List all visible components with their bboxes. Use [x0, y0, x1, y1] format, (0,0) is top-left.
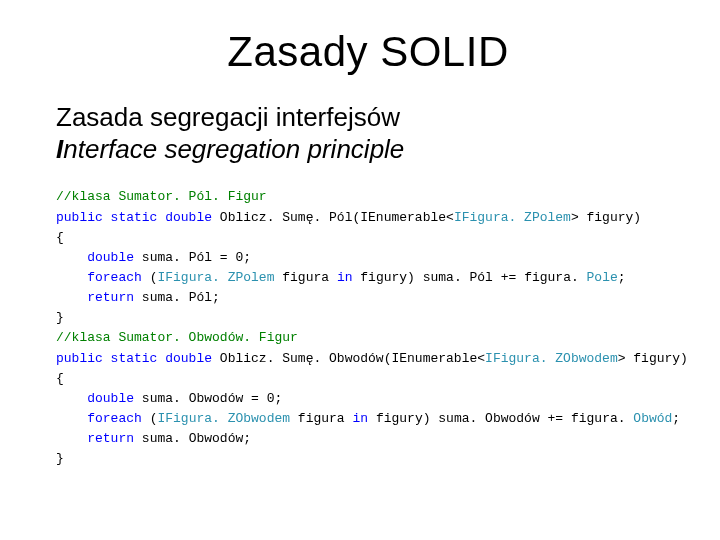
- code-type: Obwód: [633, 411, 672, 426]
- subtitle-rest: nterface segregation principle: [63, 134, 404, 164]
- subtitle-line-1: Zasada segregacji interfejsów: [56, 102, 680, 134]
- code-text: suma. Obwodów;: [134, 431, 251, 446]
- code-text: figura: [290, 411, 352, 426]
- code-keyword: double: [87, 250, 134, 265]
- subtitle-line-2: Interface segregation principle: [56, 134, 680, 166]
- code-text: ;: [672, 411, 680, 426]
- code-keyword: public static double: [56, 351, 212, 366]
- code-keyword: foreach: [87, 411, 142, 426]
- code-text: figury) suma. Obwodów += figura.: [368, 411, 633, 426]
- code-text: Oblicz. Sumę. Pól(IEnumerable<: [212, 210, 454, 225]
- code-text: ;: [618, 270, 626, 285]
- code-text: > figury): [618, 351, 688, 366]
- code-type: IFigura. ZObwodem: [157, 411, 290, 426]
- code-type: IFigura. ZPolem: [157, 270, 274, 285]
- code-keyword: double: [87, 391, 134, 406]
- code-text: figura: [274, 270, 336, 285]
- code-type: IFigura. ZPolem: [454, 210, 571, 225]
- code-text: suma. Pól;: [134, 290, 220, 305]
- code-block: //klasa Sumator. Pól. Figur public stati…: [56, 187, 680, 469]
- code-text: (: [142, 411, 158, 426]
- code-type: Pole: [587, 270, 618, 285]
- code-keyword: public static double: [56, 210, 212, 225]
- code-text: > figury): [571, 210, 641, 225]
- code-keyword: return: [87, 431, 134, 446]
- code-keyword: foreach: [87, 270, 142, 285]
- code-text: }: [56, 310, 64, 325]
- code-text: (: [142, 270, 158, 285]
- code-text: Oblicz. Sumę. Obwodów(IEnumerable<: [212, 351, 485, 366]
- code-comment: //klasa Sumator. Pól. Figur: [56, 189, 267, 204]
- code-keyword: in: [352, 411, 368, 426]
- code-keyword: in: [337, 270, 353, 285]
- code-text: suma. Obwodów = 0;: [134, 391, 282, 406]
- code-keyword: return: [87, 290, 134, 305]
- code-text: {: [56, 371, 64, 386]
- code-text: {: [56, 230, 64, 245]
- code-type: IFigura. ZObwodem: [485, 351, 618, 366]
- code-text: }: [56, 451, 64, 466]
- subtitle-block: Zasada segregacji interfejsów Interface …: [56, 102, 680, 165]
- slide: Zasady SOLID Zasada segregacji interfejs…: [0, 0, 720, 540]
- code-text: suma. Pól = 0;: [134, 250, 251, 265]
- code-text: figury) suma. Pól += figura.: [353, 270, 587, 285]
- slide-title: Zasady SOLID: [56, 28, 680, 76]
- code-comment: //klasa Sumator. Obwodów. Figur: [56, 330, 298, 345]
